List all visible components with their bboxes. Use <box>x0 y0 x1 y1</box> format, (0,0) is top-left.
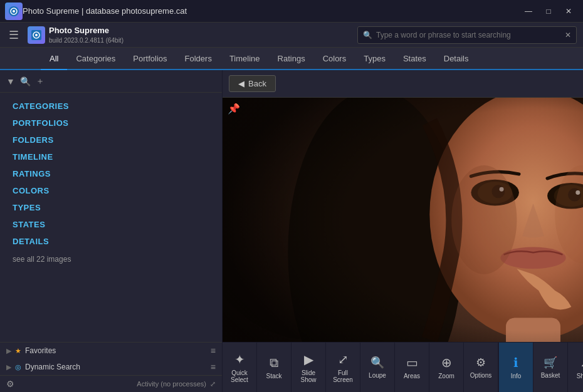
main-toolbar: ☰ Photo Supreme build 2023.0.2.4811 (64b… <box>0 23 583 48</box>
dynamic-search-more-icon[interactable]: ≡ <box>211 362 216 372</box>
quick-select-icon: ✦ <box>234 352 245 367</box>
search-bar: 🔍 ✕ <box>357 26 577 44</box>
window-title: Photo Supreme | database photosupreme.ca… <box>23 6 519 16</box>
back-arrow-icon: ◀ <box>238 79 244 88</box>
hamburger-button[interactable]: ☰ <box>6 26 21 44</box>
app-logo: Photo Supreme build 2023.0.2.4811 (64bit… <box>28 26 123 44</box>
tool-share[interactable]: ↗ Share <box>568 343 583 392</box>
loupe-label: Loupe <box>369 372 386 379</box>
window-controls: — □ ✕ <box>519 4 578 19</box>
tab-folders[interactable]: Folders <box>176 48 221 70</box>
tab-details[interactable]: Details <box>435 48 478 70</box>
loupe-icon: 🔍 <box>370 356 384 369</box>
tab-timeline[interactable]: Timeline <box>221 48 269 70</box>
share-icon: ↗ <box>580 355 584 370</box>
sidebar-item-states[interactable]: STATES <box>0 216 222 233</box>
sidebar-item-folders[interactable]: FOLDERS <box>0 132 222 148</box>
close-button[interactable]: ✕ <box>559 4 578 19</box>
back-button[interactable]: ◀ Back <box>229 75 276 92</box>
favorites-arrow-icon: ▶ <box>6 347 11 355</box>
tab-portfolios[interactable]: Portfolios <box>124 48 176 70</box>
dynamic-search-icon: ◎ <box>15 363 21 371</box>
info-icon: ℹ <box>513 355 518 370</box>
stack-label: Stack <box>266 373 281 379</box>
tool-quick-select[interactable]: ✦ Quick Select <box>223 343 257 392</box>
tab-categories[interactable]: Categories <box>67 48 124 70</box>
fullscreen-label: Full Screen <box>327 369 359 383</box>
tool-zoom[interactable]: ⊕ Zoom <box>429 343 464 392</box>
dynamic-search-item[interactable]: ▶ ◎ Dynamic Search ≡ <box>0 359 222 375</box>
tool-loupe[interactable]: 🔍 Loupe <box>360 343 395 392</box>
back-bar: ◀ Back <box>223 70 583 98</box>
sidebar-item-categories[interactable]: CATEGORIES <box>0 98 222 115</box>
sidebar-bottom: ▶ ★ Favorites ≡ ▶ ◎ Dynamic Search ≡ ⚙ A… <box>0 342 222 392</box>
svg-rect-26 <box>223 98 583 342</box>
search-input[interactable] <box>376 31 565 39</box>
settings-gear-icon[interactable]: ⚙ <box>6 379 14 389</box>
tab-all[interactable]: All <box>41 48 67 70</box>
tab-states[interactable]: States <box>394 48 435 70</box>
tab-colors[interactable]: Colors <box>314 48 355 70</box>
activity-expand-icon[interactable]: ⤢ <box>210 380 216 388</box>
tab-types[interactable]: Types <box>355 48 394 70</box>
tool-options[interactable]: ⚙ Options <box>464 343 498 392</box>
content-area: ▼ 🔍 ＋ CATEGORIES PORTFOLIOS FOLDERS TIME… <box>0 70 583 392</box>
tool-fullscreen[interactable]: ⤢ Full Screen <box>326 343 360 392</box>
favorites-more-icon[interactable]: ≡ <box>211 346 216 356</box>
sidebar-item-types[interactable]: TYPES <box>0 199 222 216</box>
share-label: Share <box>577 373 583 379</box>
tool-areas[interactable]: ▭ Areas <box>395 343 429 392</box>
sidebar-search-icon[interactable]: 🔍 <box>20 76 31 86</box>
tool-slideshow[interactable]: ▶ Slide Show <box>292 343 326 392</box>
sidebar: ▼ 🔍 ＋ CATEGORIES PORTFOLIOS FOLDERS TIME… <box>0 70 223 392</box>
see-all-images[interactable]: see all 22 images <box>0 250 222 269</box>
sidebar-item-ratings[interactable]: RATINGS <box>0 165 222 182</box>
search-icon: 🔍 <box>363 31 372 39</box>
info-label: Info <box>511 373 522 379</box>
areas-icon: ▭ <box>406 355 418 370</box>
tab-ratings[interactable]: Ratings <box>269 48 314 70</box>
activity-text: Activity (no processes) <box>137 380 206 388</box>
portrait-image <box>223 98 583 342</box>
tool-stack[interactable]: ⧉ Stack <box>257 343 292 392</box>
app-build: build 2023.0.2.4811 (64bit) <box>49 37 123 44</box>
slideshow-label: Slide Show <box>293 369 324 383</box>
tool-basket[interactable]: 🛒 Basket <box>533 343 568 392</box>
options-icon: ⚙ <box>476 356 486 369</box>
titlebar: Photo Supreme | database photosupreme.ca… <box>0 0 583 23</box>
pin-icon[interactable]: 📌 <box>228 103 240 115</box>
dynamic-search-label: Dynamic Search <box>25 363 207 371</box>
basket-label: Basket <box>541 372 560 379</box>
bottom-toolbar: ✦ Quick Select ⧉ Stack ▶ Slide Show ⤢ Fu… <box>223 342 583 392</box>
dynamic-search-arrow-icon: ▶ <box>6 363 11 371</box>
main-area: ◀ Back 📌 <box>223 70 583 392</box>
favorites-star-icon: ★ <box>15 347 21 355</box>
zoom-icon: ⊕ <box>441 355 452 370</box>
sidebar-item-details[interactable]: DETAILS <box>0 233 222 250</box>
sidebar-item-portfolios[interactable]: PORTFOLIOS <box>0 115 222 132</box>
options-label: Options <box>470 372 491 379</box>
sidebar-item-timeline[interactable]: TIMELINE <box>0 148 222 165</box>
search-clear-icon[interactable]: ✕ <box>565 31 571 39</box>
minimize-button[interactable]: — <box>519 4 538 19</box>
logo-icon <box>28 26 45 44</box>
fullscreen-icon: ⤢ <box>338 352 349 367</box>
zoom-label: Zoom <box>438 373 454 379</box>
sidebar-menu: CATEGORIES PORTFOLIOS FOLDERS TIMELINE R… <box>0 93 222 342</box>
sidebar-add-icon[interactable]: ＋ <box>36 76 45 87</box>
app-name: Photo Supreme <box>49 26 123 35</box>
tool-info[interactable]: ℹ Info <box>499 343 533 392</box>
image-viewer: 📌 <box>223 98 583 342</box>
nav-tabs: All Categories Portfolios Folders Timeli… <box>0 48 583 70</box>
app-icon <box>5 3 23 20</box>
back-label: Back <box>248 79 266 88</box>
sidebar-item-colors[interactable]: COLORS <box>0 182 222 199</box>
sidebar-settings-bar: ⚙ Activity (no processes) ⤢ <box>0 375 222 392</box>
quick-select-label: Quick Select <box>224 369 255 383</box>
svg-point-2 <box>13 10 15 13</box>
filter-icon[interactable]: ▼ <box>6 76 15 86</box>
slideshow-icon: ▶ <box>304 352 313 367</box>
app-name-block: Photo Supreme build 2023.0.2.4811 (64bit… <box>49 26 123 44</box>
favorites-item[interactable]: ▶ ★ Favorites ≡ <box>0 343 222 359</box>
maximize-button[interactable]: □ <box>539 4 558 19</box>
